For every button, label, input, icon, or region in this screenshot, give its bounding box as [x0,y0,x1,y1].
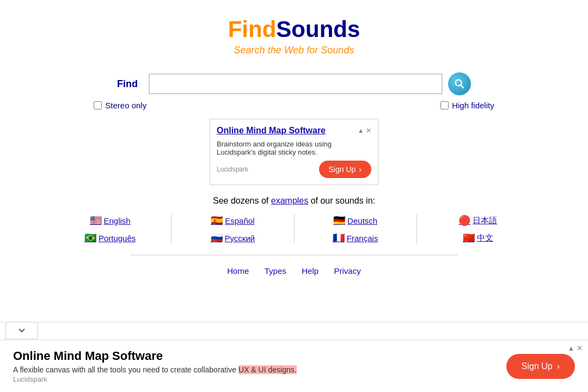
search-area: Find [0,72,588,95]
ad-signup-arrow: › [359,165,362,174]
bottom-bar-toggle[interactable] [5,322,38,339]
site-subtitle: Search the Web for Sounds [0,45,588,56]
footer-nav: Home Types Help Privacy [0,266,588,276]
site-title: FindSounds [0,16,588,42]
stereo-label: Stereo only [105,101,146,110]
lang-english-label: English [104,216,131,225]
bottom-ad-description: A flexible canvas with all the tools you… [13,365,506,374]
lang-col-2: 🇪🇸 Español 🇷🇺 Русский [171,215,294,244]
examples-suffix: of our sounds in: [308,196,375,205]
flag-cn: 🇨🇳 [463,232,475,244]
lang-japanese-label: 日本語 [473,216,497,226]
svg-line-1 [461,85,463,88]
bottom-bar: Online Mind Map Software A flexible canv… [0,322,588,392]
ad-box: Online Mind Map Software ▲ ✕ Brainstorm … [210,119,378,185]
search-input[interactable] [149,74,443,94]
flag-us: 🇺🇸 [90,215,102,226]
flag-es: 🇪🇸 [211,215,223,226]
ad-signup-label: Sign Up [329,165,356,174]
lang-col-3: 🇩🇪 Deutsch 🇫🇷 Français [295,215,417,244]
chevron-down-icon [17,326,27,335]
stereo-checkbox[interactable] [94,101,102,109]
flag-fr: 🇫🇷 [333,232,345,244]
footer-divider [131,255,457,255]
footer-privacy[interactable]: Privacy [334,266,361,275]
lang-russian-label: Русский [225,234,255,243]
title-find: Find [228,16,277,42]
checkbox-area: Stereo only High fidelity [0,101,588,110]
examples-prefix: See dozens of [213,196,271,205]
highlight-ux: UX & UI designs. [238,365,297,374]
search-icon [454,78,465,90]
bottom-ad-source: Lucidspark [13,375,506,383]
lang-japanese[interactable]: 🔴 日本語 [458,215,497,226]
ad-title[interactable]: Online Mind Map Software [217,126,326,136]
flag-ru: 🇷🇺 [211,232,223,244]
flag-br: 🇧🇷 [84,232,96,244]
ad-source-row: Lucidspark Sign Up › [217,161,371,178]
find-label: Find [117,78,138,90]
lang-german-label: Deutsch [347,216,377,225]
examples-link[interactable]: examples [271,196,308,205]
lang-french-label: Français [347,234,378,243]
lang-spanish-label: Español [225,216,254,225]
footer-types[interactable]: Types [265,266,286,275]
stereo-checkbox-label[interactable]: Stereo only [94,101,146,110]
ad-description: Brainstorm and organize ideas using Luci… [217,140,371,156]
bottom-ad-left: Online Mind Map Software A flexible canv… [13,349,506,383]
lang-chinese-label: 中文 [477,233,493,243]
bottom-ad-close-icons[interactable]: ▲ ✕ [568,344,583,352]
hifi-label: High fidelity [452,101,494,110]
languages-section: 🇺🇸 English 🇧🇷 Português 🇪🇸 Español 🇷🇺 Ру… [49,215,539,244]
lang-col-4: 🔴 日本語 🇨🇳 中文 [417,215,539,244]
lang-spanish[interactable]: 🇪🇸 Español [211,215,254,226]
bottom-ad-signup-label: Sign Up [522,362,553,371]
lang-russian[interactable]: 🇷🇺 Русский [211,232,255,244]
ad-header: Online Mind Map Software ▲ ✕ [217,126,371,136]
examples-text: See dozens of examples of our sounds in: [0,196,588,206]
hifi-checkbox-label[interactable]: High fidelity [440,101,494,110]
bottom-ad-signup-arrow: › [557,362,560,371]
lang-chinese[interactable]: 🇨🇳 中文 [463,232,493,244]
lang-german[interactable]: 🇩🇪 Deutsch [333,215,377,226]
footer-help[interactable]: Help [302,266,318,275]
bottom-ad: Online Mind Map Software A flexible canv… [0,340,588,392]
footer-home[interactable]: Home [227,266,249,275]
lang-portuguese-label: Português [99,234,136,243]
search-button[interactable] [448,72,471,95]
lang-portuguese[interactable]: 🇧🇷 Português [84,232,136,244]
title-sounds: Sounds [276,16,360,42]
flag-de: 🇩🇪 [333,215,345,226]
ad-close-icons[interactable]: ▲ ✕ [358,127,371,134]
lang-col-1: 🇺🇸 English 🇧🇷 Português [49,215,171,244]
ad-signup-button[interactable]: Sign Up › [319,161,371,178]
ad-source: Lucidspark [217,166,248,173]
header: FindSounds Search the Web for Sounds [0,0,588,62]
lang-french[interactable]: 🇫🇷 Français [333,232,378,244]
flag-jp: 🔴 [458,215,470,226]
lang-english[interactable]: 🇺🇸 English [90,215,131,226]
hifi-checkbox[interactable] [440,101,449,109]
bottom-ad-signup-button[interactable]: Sign Up › [506,354,575,379]
bottom-ad-title: Online Mind Map Software [13,349,506,363]
bottom-ad-wrapper: Online Mind Map Software A flexible canv… [0,340,588,392]
